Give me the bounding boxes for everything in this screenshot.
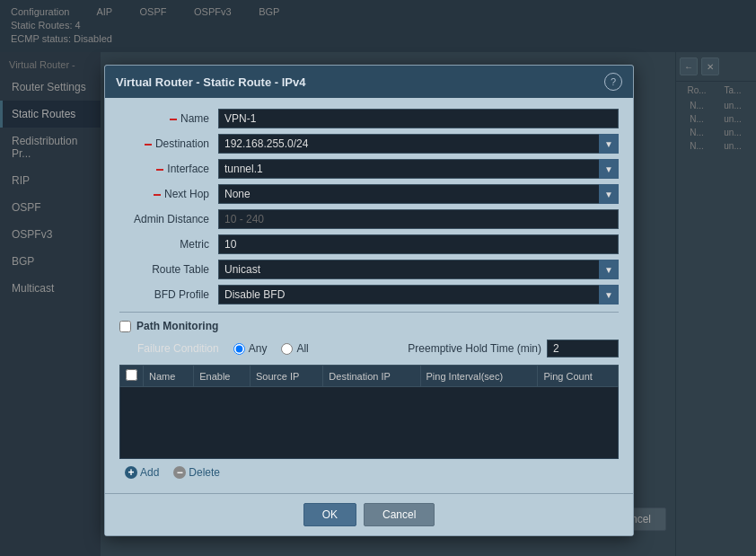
monitor-table-head: Name Enable Source IP Destination IP Pin…: [120, 366, 619, 387]
label-bfd-profile: BFD Profile: [119, 288, 218, 301]
route-table-select-wrapper: Unicast ▼: [218, 260, 619, 279]
input-admin-distance-placeholder[interactable]: 10 - 240: [218, 209, 619, 229]
select-route-table[interactable]: Unicast: [218, 260, 619, 279]
modal-dialog: Virtual Router - Static Route - IPv4 ? N…: [104, 65, 634, 536]
pm-option-any: Any: [233, 342, 268, 355]
th-ping-count: Ping Count: [538, 366, 619, 387]
monitor-table: Name Enable Source IP Destination IP Pin…: [119, 365, 619, 459]
path-monitoring-options: Failure Condition Any All Preemptive Hol…: [119, 340, 619, 357]
input-metric[interactable]: [218, 234, 619, 254]
modal-title: Virtual Router - Static Route - IPv4: [116, 75, 305, 89]
label-destination: Destination: [119, 137, 218, 150]
destination-select-wrapper: 192.168.255.0/24 ▼: [218, 134, 619, 154]
label-route-table: Route Table: [119, 263, 218, 276]
select-bfd-profile[interactable]: Disable BFD: [218, 285, 619, 304]
nexthop-select-wrapper: None ▼: [218, 184, 619, 204]
form-row-nexthop: Next Hop None ▼: [119, 184, 619, 204]
failure-condition-label: Failure Condition: [137, 342, 219, 355]
add-label: Add: [140, 466, 159, 479]
form-row-destination: Destination 192.168.255.0/24 ▼: [119, 134, 619, 154]
path-monitoring-label: Path Monitoring: [136, 320, 218, 332]
form-row-bfd-profile: BFD Profile Disable BFD ▼: [119, 285, 619, 304]
form-row-interface: Interface tunnel.1 ▼: [119, 159, 619, 179]
monitor-table-body: [120, 387, 619, 459]
table-empty-row: [120, 387, 619, 459]
form-row-admin-distance: Admin Distance 10 - 240: [119, 209, 619, 229]
delete-button[interactable]: − Delete: [170, 464, 224, 481]
path-monitoring-checkbox[interactable]: [119, 321, 131, 332]
pm-option-all: All: [281, 342, 308, 355]
modal-help-button[interactable]: ?: [604, 73, 622, 91]
pm-option-all-label: All: [296, 342, 308, 355]
pm-option-any-label: Any: [249, 342, 268, 355]
th-source-ip: Source IP: [250, 366, 322, 387]
preemptive-input[interactable]: [547, 340, 619, 357]
select-nexthop[interactable]: None: [218, 184, 619, 204]
radio-all[interactable]: [281, 343, 293, 355]
th-ping-interval: Ping Interval(sec): [420, 366, 538, 387]
modal-footer: OK Cancel: [105, 493, 633, 535]
add-button[interactable]: + Add: [121, 464, 163, 481]
input-name[interactable]: [218, 109, 619, 128]
form-row-route-table: Route Table Unicast ▼: [119, 260, 619, 279]
form-row-name: Name: [119, 109, 619, 128]
preemptive-label: Preemptive Hold Time (min): [408, 342, 541, 355]
label-admin-distance: Admin Distance: [119, 213, 218, 225]
delete-label: Delete: [189, 466, 220, 479]
th-destination-ip: Destination IP: [323, 366, 420, 387]
table-toolbar: + Add − Delete: [119, 459, 619, 482]
select-destination[interactable]: 192.168.255.0/24: [218, 134, 619, 154]
label-name: Name: [119, 112, 218, 125]
ok-button[interactable]: OK: [303, 503, 356, 526]
interface-select-wrapper: tunnel.1 ▼: [218, 159, 619, 179]
th-checkbox: [120, 366, 144, 387]
table-select-all[interactable]: [126, 369, 137, 381]
th-name: Name: [144, 366, 194, 387]
label-metric: Metric: [119, 238, 218, 251]
form-row-metric: Metric: [119, 234, 619, 254]
label-interface: Interface: [119, 163, 218, 175]
modal-header: Virtual Router - Static Route - IPv4 ?: [105, 66, 633, 98]
delete-icon: −: [173, 466, 186, 479]
path-monitoring-header: Path Monitoring: [119, 320, 619, 332]
modal-body: Name Destination 192.168.255.0/24 ▼ Inte…: [105, 98, 633, 493]
preemptive-hold-time: Preemptive Hold Time (min): [408, 340, 619, 357]
radio-any[interactable]: [233, 343, 245, 355]
bfd-profile-select-wrapper: Disable BFD ▼: [218, 285, 619, 304]
add-icon: +: [125, 466, 137, 479]
cancel-button[interactable]: Cancel: [364, 503, 435, 526]
select-interface[interactable]: tunnel.1: [218, 159, 619, 179]
label-nexthop: Next Hop: [119, 188, 218, 200]
th-enable: Enable: [194, 366, 251, 387]
path-monitoring-section: Path Monitoring Failure Condition Any Al…: [119, 312, 619, 482]
